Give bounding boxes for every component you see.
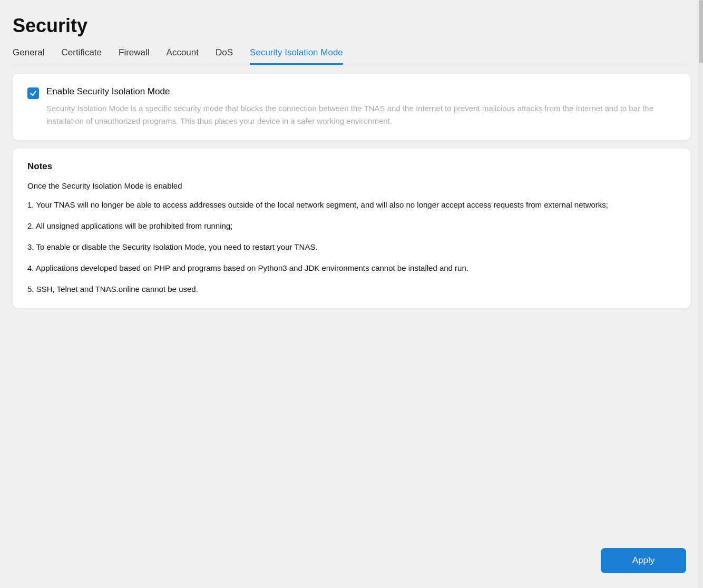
scrollbar-track[interactable]: [699, 0, 703, 588]
page-title: Security: [13, 15, 690, 37]
notes-item-1: 1. Your TNAS will no longer be able to a…: [27, 199, 676, 211]
apply-button[interactable]: Apply: [601, 548, 686, 573]
notes-item-4: 4. Applications developed based on PHP a…: [27, 262, 676, 275]
notes-item-2: 2. All unsigned applications will be pro…: [27, 220, 676, 232]
tab-security-isolation-mode[interactable]: Security Isolation Mode: [250, 47, 343, 65]
scrollbar-thumb[interactable]: [699, 0, 703, 63]
notes-item-5: 5. SSH, Telnet and TNAS.online cannot be…: [27, 283, 676, 296]
notes-intro: Once the Security Isolation Mode is enab…: [27, 181, 676, 190]
checkmark-icon: [30, 90, 37, 97]
enable-description: Security Isolation Mode is a specific se…: [46, 102, 676, 128]
notes-card: Notes Once the Security Isolation Mode i…: [13, 149, 690, 308]
tab-general[interactable]: General: [13, 47, 44, 65]
isolation-enable-text-block: Enable Security Isolation Mode Security …: [46, 86, 676, 128]
isolation-mode-card: Enable Security Isolation Mode Security …: [13, 74, 690, 140]
checkbox-wrapper[interactable]: [27, 87, 39, 99]
tabs-bar: General Certificate Firewall Account DoS…: [13, 47, 690, 65]
tab-dos[interactable]: DoS: [216, 47, 233, 65]
apply-button-wrapper: Apply: [601, 548, 686, 573]
enable-row: Enable Security Isolation Mode Security …: [27, 86, 676, 128]
tab-firewall[interactable]: Firewall: [119, 47, 150, 65]
tab-certificate[interactable]: Certificate: [61, 47, 102, 65]
notes-item-3: 3. To enable or disable the Security Iso…: [27, 241, 676, 253]
enable-label: Enable Security Isolation Mode: [46, 86, 676, 97]
notes-title: Notes: [27, 161, 676, 172]
tab-account[interactable]: Account: [167, 47, 199, 65]
content-area: Enable Security Isolation Mode Security …: [13, 74, 690, 308]
enable-isolation-checkbox[interactable]: [27, 87, 39, 99]
notes-list: 1. Your TNAS will no longer be able to a…: [27, 199, 676, 296]
